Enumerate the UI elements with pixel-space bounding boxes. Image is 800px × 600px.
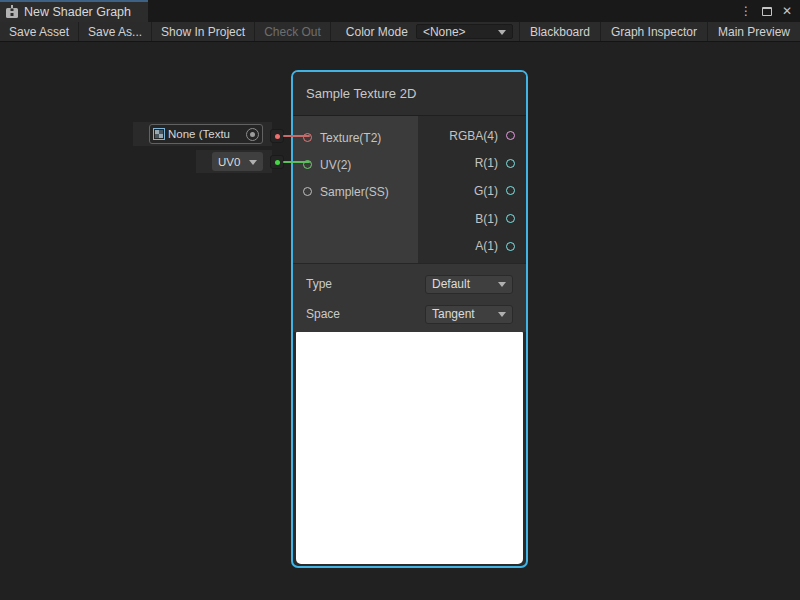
- port-label: G(1): [474, 184, 498, 198]
- graph-inspector-toggle-button[interactable]: Graph Inspector: [600, 22, 707, 41]
- close-icon[interactable]: ✕: [782, 4, 792, 18]
- color-mode-label: Color Mode: [338, 22, 416, 41]
- uv-channel-dropdown[interactable]: UV0: [212, 152, 263, 171]
- uv-edge-wire: [283, 161, 310, 163]
- texture-edge-dot: [275, 134, 280, 139]
- output-ports-column: RGBA(4) R(1) G(1) B(1): [418, 116, 526, 263]
- space-dropdown[interactable]: Tangent: [425, 305, 513, 324]
- shader-graph-asset-icon: [5, 5, 19, 20]
- texture-default-input-row: None (Textu: [133, 122, 272, 146]
- texture-object-field[interactable]: None (Textu: [149, 124, 263, 144]
- titlebar: New Shader Graph ⋮ ✕: [0, 0, 800, 22]
- sample-texture-2d-node[interactable]: Sample Texture 2D Texture(T2) UV(2) Samp…: [291, 70, 528, 568]
- texture-edge-wire: [283, 135, 310, 137]
- space-control-row: Space Tangent: [293, 299, 526, 329]
- space-value: Tangent: [432, 307, 475, 321]
- chevron-down-icon: [498, 282, 506, 287]
- port-icon[interactable]: [506, 159, 515, 168]
- uv-default-input-row: UV0: [196, 150, 272, 173]
- graph-canvas[interactable]: None (Textu UV0 Sample Texture 2D: [0, 42, 800, 600]
- node-port-section: Texture(T2) UV(2) Sampler(SS) RGBA(4): [293, 116, 526, 263]
- shader-graph-window: New Shader Graph ⋮ ✕ Save Asset Save As.…: [0, 0, 800, 600]
- port-label: RGBA(4): [449, 129, 498, 143]
- uv-edge-connector[interactable]: [270, 155, 284, 169]
- input-port-texture: Texture(T2): [293, 124, 418, 151]
- output-port-r: R(1): [418, 150, 526, 178]
- color-mode-dropdown[interactable]: <None>: [416, 24, 513, 39]
- chevron-down-icon: [498, 30, 506, 35]
- texture-field-value: None (Textu: [168, 128, 243, 140]
- chevron-down-icon: [498, 312, 506, 317]
- type-value: Default: [432, 277, 470, 291]
- port-icon[interactable]: [506, 242, 515, 251]
- node-title: Sample Texture 2D: [306, 86, 416, 101]
- show-in-project-button[interactable]: Show In Project: [152, 22, 255, 41]
- type-label: Type: [306, 277, 332, 291]
- port-label: Texture(T2): [320, 131, 381, 145]
- blackboard-toggle-button[interactable]: Blackboard: [519, 22, 600, 41]
- output-port-b: B(1): [418, 205, 526, 233]
- check-out-button: Check Out: [255, 22, 331, 41]
- uv-edge-dot: [275, 160, 280, 165]
- output-port-g: G(1): [418, 177, 526, 205]
- texture-edge-connector[interactable]: [270, 129, 284, 143]
- input-port-sampler: Sampler(SS): [293, 178, 418, 205]
- port-icon[interactable]: [506, 131, 515, 140]
- main-preview-toggle-button[interactable]: Main Preview: [707, 22, 800, 41]
- port-icon[interactable]: [303, 187, 312, 196]
- window-menu-icon[interactable]: ⋮: [740, 4, 752, 18]
- toolbar: Save Asset Save As... Show In Project Ch…: [0, 22, 800, 42]
- save-as-button[interactable]: Save As...: [79, 22, 152, 41]
- uv-channel-value: UV0: [218, 156, 240, 168]
- output-port-a: A(1): [418, 232, 526, 260]
- input-ports-column: Texture(T2) UV(2) Sampler(SS): [293, 116, 418, 263]
- node-controls-section: Type Default Space Tangent: [293, 263, 526, 332]
- port-label: B(1): [475, 212, 498, 226]
- node-header[interactable]: Sample Texture 2D: [293, 72, 526, 116]
- port-label: A(1): [475, 239, 498, 253]
- type-control-row: Type Default: [293, 269, 526, 299]
- tab-new-shader-graph[interactable]: New Shader Graph: [0, 0, 148, 22]
- port-label: Sampler(SS): [320, 185, 389, 199]
- port-label: R(1): [475, 156, 498, 170]
- texture-icon: [153, 128, 165, 140]
- port-label: UV(2): [320, 158, 351, 172]
- object-picker-icon[interactable]: [246, 128, 259, 141]
- node-preview-image: [296, 332, 523, 564]
- output-port-rgba: RGBA(4): [418, 122, 526, 150]
- tab-title: New Shader Graph: [24, 5, 131, 19]
- window-controls: ⋮ ✕: [740, 0, 800, 22]
- toolbar-right-group: Color Mode <None> Blackboard Graph Inspe…: [338, 22, 800, 41]
- maximize-icon[interactable]: [762, 7, 772, 16]
- port-icon[interactable]: [506, 214, 515, 223]
- save-asset-button[interactable]: Save Asset: [0, 22, 79, 41]
- space-label: Space: [306, 307, 340, 321]
- input-port-uv: UV(2): [293, 151, 418, 178]
- chevron-down-icon: [249, 160, 257, 165]
- type-dropdown[interactable]: Default: [425, 275, 513, 294]
- color-mode-value: <None>: [423, 25, 466, 39]
- port-icon[interactable]: [506, 186, 515, 195]
